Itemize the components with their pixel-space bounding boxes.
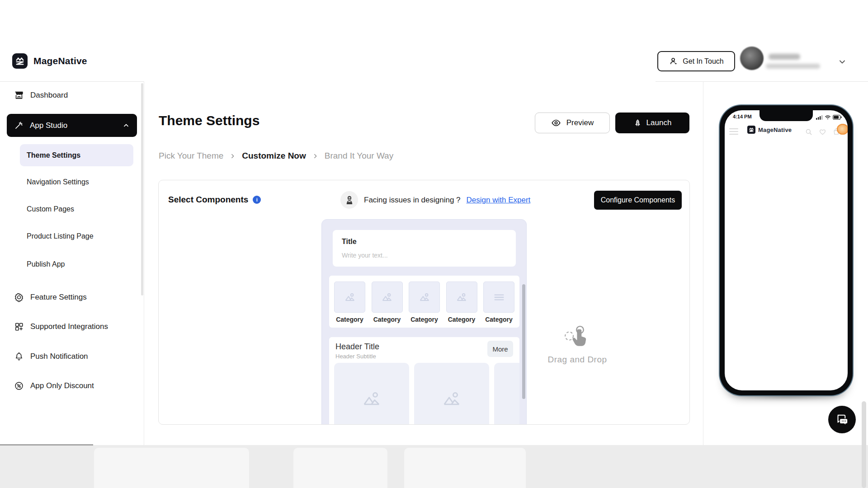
sidebar-subitem-label: Custom Pages bbox=[27, 205, 74, 213]
sidebar-subitem-product-listing-page[interactable]: Product Listing Page bbox=[0, 227, 144, 245]
category-label: Category bbox=[448, 316, 476, 323]
sidebar-item-app-only-discount[interactable]: App Only Discount bbox=[0, 376, 144, 396]
preview-button[interactable]: Preview bbox=[535, 113, 610, 133]
info-icon[interactable]: i bbox=[253, 196, 261, 204]
sidebar-subitem-theme-settings[interactable]: Theme Settings bbox=[20, 144, 133, 166]
sidebar-subitem-navigation-settings[interactable]: Navigation Settings bbox=[0, 173, 144, 191]
sidebar-subitem-label: Theme Settings bbox=[27, 151, 80, 160]
preview-label: Preview bbox=[566, 118, 594, 127]
category-label: Category bbox=[410, 316, 438, 323]
get-in-touch-label: Get In Touch bbox=[683, 57, 723, 66]
annotation-badge bbox=[837, 124, 848, 135]
phone-status-icons bbox=[816, 115, 842, 120]
person-icon bbox=[669, 56, 678, 66]
sidebar-item-feature-settings[interactable]: Feature Settings bbox=[0, 287, 144, 307]
user-avatar[interactable] bbox=[740, 47, 764, 70]
wand-icon bbox=[14, 121, 24, 130]
launch-label: Launch bbox=[646, 118, 672, 127]
breadcrumb-step-brand-it-your-way[interactable]: Brand It Your Way bbox=[325, 151, 393, 161]
category-label: Category bbox=[336, 316, 363, 323]
bottom-strip-block bbox=[293, 448, 387, 488]
preview-text-placeholder: Write your text... bbox=[342, 252, 507, 259]
chevron-right-icon bbox=[230, 153, 236, 159]
user-name-blurred bbox=[769, 54, 800, 60]
category-cell[interactable]: Category bbox=[406, 282, 442, 323]
sidebar-item-label: App Only Discount bbox=[30, 381, 94, 390]
drag-and-drop-hint: Drag and Drop bbox=[541, 324, 613, 365]
preview-category-strip[interactable]: Category Category Category bbox=[329, 276, 519, 328]
sidebar-item-dashboard[interactable]: Dashboard bbox=[0, 85, 144, 105]
battery-icon bbox=[833, 115, 842, 120]
launch-button[interactable]: Launch bbox=[615, 113, 689, 133]
search-icon[interactable] bbox=[805, 128, 813, 136]
sidebar-item-label: App Studio bbox=[30, 121, 67, 130]
brand-logo[interactable]: MageNative bbox=[12, 53, 87, 69]
product-card-placeholder bbox=[494, 363, 519, 425]
sidebar-item-supported-integrations[interactable]: Supported Integrations bbox=[0, 317, 144, 337]
page-scrollbar[interactable] bbox=[862, 401, 866, 488]
sidebar-subitem-label: Navigation Settings bbox=[27, 178, 89, 186]
select-components-title: Select Components i bbox=[168, 195, 261, 205]
preview-panel-scrollbar[interactable] bbox=[522, 284, 525, 399]
design-with-expert-link[interactable]: Design with Expert bbox=[467, 196, 531, 205]
page-title: Theme Settings bbox=[159, 113, 259, 128]
preview-header-block[interactable]: Header Title Header Subtitle More bbox=[329, 337, 519, 425]
configure-components-label: Configure Components bbox=[601, 196, 675, 204]
sidebar-subitem-publish-app[interactable]: Publish App bbox=[0, 255, 144, 273]
phone-menu-icon[interactable] bbox=[729, 128, 738, 135]
chat-widget-button[interactable] bbox=[828, 406, 856, 433]
design-help: Facing issues in designing ? Design with… bbox=[340, 191, 530, 209]
breadcrumb: Pick Your Theme Customize Now Brand It Y… bbox=[159, 151, 393, 161]
sidebar-item-label: Feature Settings bbox=[30, 293, 87, 302]
preview-title-block[interactable]: Title Write your text... bbox=[333, 230, 516, 267]
chat-bubbles-icon bbox=[835, 413, 849, 427]
bottom-strip-edge bbox=[0, 444, 93, 446]
grid-plus-icon bbox=[14, 322, 24, 332]
get-in-touch-button[interactable]: Get In Touch bbox=[657, 51, 735, 71]
sidebar-item-app-studio[interactable]: App Studio bbox=[7, 114, 137, 137]
category-cell[interactable]: Category bbox=[444, 282, 480, 323]
chevron-up-icon bbox=[123, 122, 130, 129]
category-label: Category bbox=[485, 316, 513, 323]
image-placeholder-icon bbox=[409, 282, 440, 313]
design-help-text: Facing issues in designing ? bbox=[364, 196, 461, 205]
header-divider-right bbox=[656, 81, 868, 82]
breadcrumb-step-customize-now[interactable]: Customize Now bbox=[242, 151, 306, 161]
phone-mockup: 4:14 PM MageNative bbox=[720, 105, 853, 395]
sidebar-item-label: Supported Integrations bbox=[30, 322, 108, 331]
eye-icon bbox=[551, 118, 561, 128]
sidebar-divider bbox=[144, 81, 144, 445]
bottom-strip-block bbox=[404, 448, 526, 488]
rocket-icon bbox=[633, 119, 642, 127]
breadcrumb-step-pick-your-theme[interactable]: Pick Your Theme bbox=[159, 151, 223, 161]
image-placeholder-icon bbox=[372, 282, 403, 313]
sidebar-subitem-custom-pages[interactable]: Custom Pages bbox=[0, 200, 144, 218]
category-cell[interactable]: Category bbox=[332, 282, 368, 323]
drag-hand-icon bbox=[563, 324, 591, 352]
drag-and-drop-label: Drag and Drop bbox=[547, 355, 607, 365]
brand-name: MageNative bbox=[33, 56, 87, 66]
wishlist-heart-icon[interactable] bbox=[818, 128, 827, 136]
sidebar-subitem-label: Publish App bbox=[27, 260, 65, 268]
sidebar-item-label: Push Notification bbox=[30, 352, 88, 361]
configure-components-button[interactable]: Configure Components bbox=[594, 191, 682, 210]
sidebar-item-label: Dashboard bbox=[30, 91, 68, 100]
phone-status-time: 4:14 PM bbox=[733, 114, 752, 119]
chevron-right-icon bbox=[312, 153, 318, 159]
magenative-logo-icon bbox=[12, 53, 28, 69]
theme-preview-panel: Title Write your text... Category Catego… bbox=[321, 219, 527, 425]
more-button[interactable]: More bbox=[487, 341, 513, 357]
sidebar-item-push-notification[interactable]: Push Notification bbox=[0, 347, 144, 366]
product-card-placeholder bbox=[334, 363, 409, 425]
app-window: MageNative Get In Touch Dashboard bbox=[0, 0, 868, 488]
image-placeholder-icon bbox=[446, 282, 477, 313]
magenative-logo-icon bbox=[747, 126, 755, 134]
category-cell[interactable]: Category bbox=[369, 282, 405, 323]
select-components-label: Select Components bbox=[168, 195, 248, 205]
phone-appbar-icons bbox=[805, 127, 840, 136]
user-menu-chevron-down-icon[interactable] bbox=[836, 56, 848, 68]
product-card-placeholder bbox=[414, 363, 489, 425]
phone-brand-name: MageNative bbox=[758, 127, 792, 133]
signal-icon bbox=[816, 115, 823, 120]
category-cell[interactable]: Category bbox=[481, 282, 517, 323]
